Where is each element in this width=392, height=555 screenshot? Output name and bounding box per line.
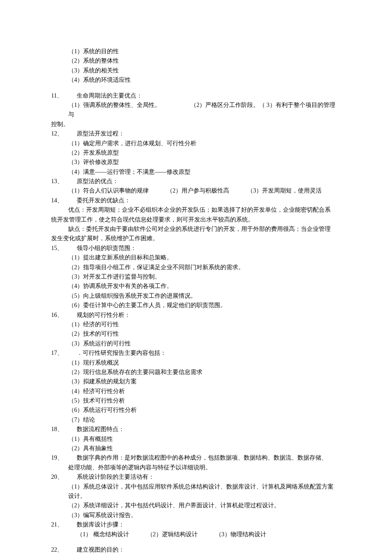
- item-num-19: 19、: [51, 453, 77, 463]
- item-12-sub-2: （2）开发系统原型: [51, 148, 341, 158]
- item-12: 12、 原型法开发过程： （1）确定用户需求，进行总体规划、可行性分析 （2）开…: [51, 129, 341, 177]
- item-14-para-1: 优点：开发周期短；企业不必组织本企业的开发队伍；如果选择了好的开发单位，企业能密…: [51, 205, 341, 215]
- item-15-sub-6: （6）委任计算中心的主要工作人员，规定他们的职责范围。: [51, 301, 341, 310]
- item-18: 18、 数据流程图特点： （1）具有概括性 （2）具有抽象性: [51, 425, 341, 453]
- item-20-sub-2: （2）系统详细设计，其中包括代码设计、用户界面设计、计算机处理过程设计。: [51, 501, 341, 510]
- item-20-sub-1: （1）系统总体设计，其中包括应用软件系统总体结构设计、数据库设计、计算机及网络系…: [51, 482, 341, 501]
- item-15-sub-5: （5）向上级组织报告系统开发工作的进展情况。: [51, 291, 341, 301]
- item-15: 15、 领导小组的职责范围： （1）提出建立新系统的目标和总策略。 （2）指导项…: [51, 244, 341, 311]
- item-num-12: 12、: [51, 129, 77, 138]
- item-19-sub-1: 处理功能、外部项等的逻辑内容与特征予以详细说明。: [51, 463, 341, 472]
- item-21-sub-1: （1） 概念结构设计 （2）逻辑结构设计 （3）物理结构设计: [51, 530, 341, 539]
- item-11-sub-1: （1）强调系统的整体性、全局性。 （2）严格区分工作阶段。（ 3）有利于整个项目…: [51, 101, 341, 120]
- item-18-sub-2: （2）具有抽象性: [51, 444, 341, 453]
- item-11: 11、 生命周期法的主要优点： （1）强调系统的整体性、全局性。 （2）严格区分…: [51, 91, 341, 129]
- item-16-sub-3: （3）系统运行的可行性: [51, 339, 341, 348]
- item-17-sub-1: （1）现行系统概况: [51, 358, 341, 368]
- item-title-18: 数据流程图特点：: [77, 425, 341, 434]
- item-15-sub-1: （1）提出建立新系统的目标和总策略。: [51, 253, 341, 262]
- item-14-para-2: 缺点：委托开发由于要由软件公司对企业的系统进行专门的开发，用于外部的费用很高；当…: [51, 224, 341, 234]
- item-17-sub-2: （2）现行信息系统存在的主要问题和主要信息需求: [51, 368, 341, 377]
- item-num-17: 17、: [51, 348, 77, 358]
- item-num-21: 21、: [51, 520, 77, 529]
- item-title-11: 生命周期法的主要优点：: [77, 91, 341, 101]
- footer-item-2: （2）系统的整体性: [51, 56, 341, 66]
- item-20-sub-3: （3）编写系统设计报告。: [51, 511, 341, 520]
- item-16: 16、 规划的可行性分析： （1）经济的可行性 （2）技术的可行性 （3）系统运…: [51, 311, 341, 349]
- item-18-sub-1: （1）具有概括性: [51, 434, 341, 444]
- item-num-11: 11、: [51, 91, 77, 101]
- item-num-14: 14、: [51, 196, 77, 205]
- item-title-16: 规划的可行性分析：: [77, 311, 341, 320]
- item-12-sub-1: （1）确定用户需求，进行总体规划、可行性分析: [51, 139, 341, 148]
- item-15-sub-2: （2）指导项目小组工作，保证满足企业不同部门对新系统的需求。: [51, 263, 341, 272]
- item-title-21: 数据库设计步骤：: [77, 520, 341, 529]
- item-num-18: 18、: [51, 425, 77, 434]
- item-17-sub-5: （5）技术可行性分析: [51, 396, 341, 405]
- item-13-sub-1: （1）符合人们认识事物的规律 （2）用户参与积极性高 （3）开发周期短，使用灵活: [51, 186, 341, 196]
- item-21: 21、 数据库设计步骤： （1） 概念结构设计 （2）逻辑结构设计 （3）物理结…: [51, 520, 341, 539]
- item-title-17: ．可行性研究报告主要内容包括：: [77, 348, 341, 358]
- footer-list: （1）系统的目的性 （2）系统的整体性 （3）系统的相关性 （4）系统的环境适应…: [51, 47, 341, 85]
- item-20: 20、 系统设计阶段的主要活动有： （1）系统总体设计，其中包括应用软件系统总体…: [51, 472, 341, 520]
- item-11-cont: 控制。: [51, 120, 341, 129]
- item-13: 13、 原型法的优点： （1）符合人们认识事物的规律 （2）用户参与积极性高 （…: [51, 177, 341, 196]
- item-title-14: 委托开发的优缺点：: [77, 196, 341, 205]
- item-title-20: 系统设计阶段的主要活动有：: [77, 472, 341, 482]
- item-15-sub-4: （4）协调系统开发中有关的各项工作。: [51, 282, 341, 291]
- item-19: 19、 数据字典的作用：是对数据流程图中的各种成分，包括数据项、数据结构、数据流…: [51, 453, 341, 472]
- item-title-15: 领导小组的职责范围：: [77, 244, 341, 253]
- item-num-16: 16、: [51, 311, 77, 320]
- item-16-sub-1: （1）经济的可行性: [51, 320, 341, 329]
- footer-item-3: （3）系统的相关性: [51, 66, 341, 75]
- item-17: 17、 ．可行性研究报告主要内容包括： （1）现行系统概况 （2）现行信息系统存…: [51, 348, 341, 425]
- item-14-paracont-2: 发生变化或扩展时，系统维护工作困难。: [51, 234, 341, 243]
- item-14: 14、 委托开发的优缺点： 优点：开发周期短；企业不必组织本企业的开发队伍；如果…: [51, 196, 341, 244]
- item-16-sub-2: （2）技术的可行性: [51, 329, 341, 339]
- footer-item-4: （4）系统的环境适应性: [51, 75, 341, 85]
- item-14-paracont-1: 统开发管理工作，使之符合现代信息处理要求，则可开发出水平较高的系统。: [51, 215, 341, 224]
- item-17-sub-7: （7）结论: [51, 415, 341, 425]
- footer-item-1: （1）系统的目的性: [51, 47, 341, 56]
- item-num-20: 20、: [51, 472, 77, 482]
- item-title-19: 数据字典的作用：是对数据流程图中的各种成分，包括数据项、数据结构、数据流、数据存…: [77, 453, 341, 463]
- item-12-sub-3: （3）评价修改原型: [51, 158, 341, 167]
- item-title-13: 原型法的优点：: [77, 177, 341, 186]
- item-num-15: 15、: [51, 244, 77, 253]
- item-17-sub-3: （3）拟建系统的规划方案: [51, 377, 341, 386]
- item-17-sub-6: （6）系统运行可行性分析: [51, 405, 341, 415]
- item-num-22: 22、: [51, 545, 77, 555]
- item-12-sub-4: （4）满意——运行管理；不满意——修改原型: [51, 167, 341, 177]
- item-title-12: 原型法开发过程：: [77, 129, 341, 138]
- item-num-13: 13、: [51, 177, 77, 186]
- item-22: 22、 建立视图的目的： （1 ）数据库系统是供多用户使用的，不同的用户只能查看…: [51, 545, 341, 555]
- item-title-22: 建立视图的目的：: [77, 545, 341, 555]
- item-17-sub-4: （4）经济可行性分析: [51, 387, 341, 396]
- item-15-sub-3: （3）对开发工作进行监督与控制。: [51, 272, 341, 282]
